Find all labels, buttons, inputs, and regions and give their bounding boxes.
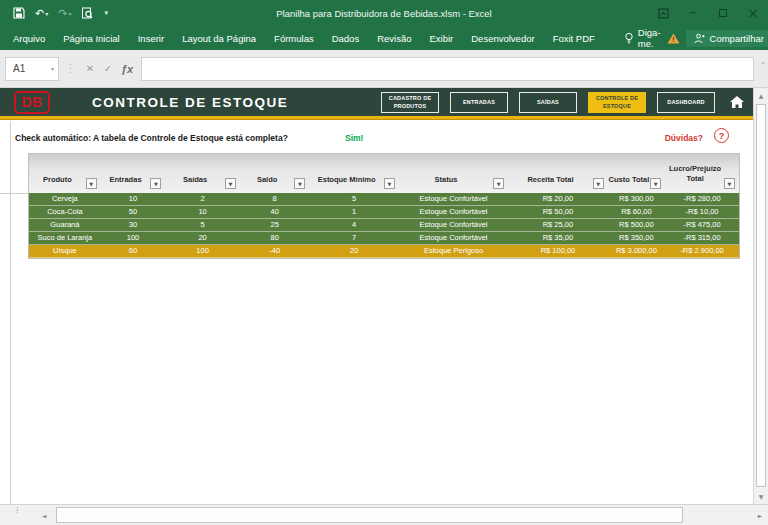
table-cell[interactable]: 100 xyxy=(165,245,240,258)
filter-dropdown-icon[interactable]: ▼ xyxy=(225,178,236,189)
scroll-down-icon[interactable]: ▼ xyxy=(754,489,768,504)
nav-dashboard-button[interactable]: DASHBOARD xyxy=(657,92,715,113)
table-cell[interactable]: R$ 25,00 xyxy=(508,219,607,232)
insert-function-icon[interactable]: ƒx xyxy=(117,63,137,75)
scroll-up-icon[interactable]: ▲ xyxy=(754,88,768,103)
table-cell[interactable]: 20 xyxy=(165,232,240,245)
table-cell[interactable]: 4 xyxy=(309,219,398,232)
table-cell[interactable]: Coca-Cola xyxy=(29,206,101,219)
table-cell[interactable]: -40 xyxy=(240,245,310,258)
tab-foxit-pdf[interactable]: Foxit PDF xyxy=(544,26,604,50)
tab-formulas[interactable]: Fórmulas xyxy=(265,26,323,50)
nav-cadastro-de-produtos-button[interactable]: CADASTRO DE PRODUTOS xyxy=(381,92,439,113)
minimize-button[interactable]: ─ xyxy=(678,0,708,26)
vertical-scrollbar[interactable]: ▲ ▼ xyxy=(753,88,768,504)
filter-dropdown-icon[interactable]: ▼ xyxy=(593,178,604,189)
table-cell[interactable]: -R$ 10,00 xyxy=(665,206,739,219)
tab-arquivo[interactable]: Arquivo xyxy=(4,26,54,50)
table-cell[interactable]: 1 xyxy=(309,206,398,219)
restore-button[interactable] xyxy=(708,0,738,26)
table-cell[interactable]: Estoque Confortável xyxy=(399,206,508,219)
sheet-canvas[interactable]: DB CONTROLE DE ESTOQUE CADASTRO DE PRODU… xyxy=(0,88,753,504)
vertical-scrollbar-thumb[interactable] xyxy=(756,104,766,487)
table-cell[interactable]: 100 xyxy=(101,232,166,245)
cancel-entry-icon[interactable]: ✕ xyxy=(81,63,99,74)
table-cell[interactable]: 30 xyxy=(101,219,166,232)
scroll-right-icon[interactable]: ► xyxy=(752,505,768,525)
table-cell[interactable]: 2 xyxy=(165,193,240,206)
horizontal-scrollbar[interactable]: ⁞ ◄ ► xyxy=(0,504,768,525)
table-cell[interactable]: Estoque Confortável xyxy=(399,232,508,245)
table-cell[interactable]: Uísque xyxy=(29,245,101,258)
table-cell[interactable]: Estoque Confortável xyxy=(399,193,508,206)
tab-dados[interactable]: Dados xyxy=(323,26,368,50)
table-cell[interactable]: -R$ 280,00 xyxy=(665,193,739,206)
warning-icon[interactable]: ! xyxy=(667,33,680,44)
enter-entry-icon[interactable]: ✓ xyxy=(99,63,117,74)
table-cell[interactable]: 25 xyxy=(240,219,310,232)
table-cell[interactable]: R$ 300,00 xyxy=(608,193,666,206)
home-icon[interactable] xyxy=(729,95,745,109)
table-cell[interactable]: R$ 100,00 xyxy=(508,245,607,258)
tell-me-box[interactable]: Diga-me. ! xyxy=(618,27,686,49)
table-cell[interactable]: 8 xyxy=(240,193,310,206)
sheet-tab-splitter[interactable]: ⁞ xyxy=(16,509,19,513)
nav-entradas-button[interactable]: ENTRADAS xyxy=(450,92,508,113)
save-icon[interactable] xyxy=(10,3,28,23)
customize-qat-button[interactable]: ▾ xyxy=(100,3,111,23)
table-cell[interactable]: Estoque Confortável xyxy=(399,219,508,232)
tab-pagina-inicial[interactable]: Página Inicial xyxy=(54,26,129,50)
formula-input[interactable] xyxy=(141,57,754,81)
table-cell[interactable]: 7 xyxy=(309,232,398,245)
filter-dropdown-icon[interactable]: ▼ xyxy=(650,178,661,189)
table-cell[interactable]: -R$ 475,00 xyxy=(665,219,739,232)
redo-button[interactable]: ↷▾ xyxy=(55,3,74,23)
table-cell[interactable]: 60 xyxy=(101,245,166,258)
tab-inserir[interactable]: Inserir xyxy=(129,26,173,50)
table-cell[interactable]: 5 xyxy=(309,193,398,206)
tab-desenvolvedor[interactable]: Desenvolvedor xyxy=(462,26,543,50)
filter-dropdown-icon[interactable]: ▼ xyxy=(294,178,305,189)
expand-formula-bar-icon[interactable]: ˅ xyxy=(761,62,765,71)
tab-exibir[interactable]: Exibir xyxy=(420,26,462,50)
table-cell[interactable]: R$ 350,00 xyxy=(608,232,666,245)
table-cell[interactable]: 40 xyxy=(240,206,310,219)
print-preview-icon[interactable] xyxy=(78,3,96,23)
share-button[interactable]: Compartilhar xyxy=(686,30,768,47)
table-cell[interactable]: R$ 35,00 xyxy=(508,232,607,245)
table-cell[interactable]: R$ 500,00 xyxy=(608,219,666,232)
table-cell[interactable]: R$ 60,00 xyxy=(608,206,666,219)
table-cell[interactable]: Guaraná xyxy=(29,219,101,232)
tab-layout-da-pagina[interactable]: Layout da Página xyxy=(173,26,265,50)
name-box-caret-icon[interactable]: ▾ xyxy=(51,65,54,72)
nav-controle-de-estoque-button[interactable]: CONTROLE DE ESTOQUE xyxy=(588,92,646,113)
table-cell[interactable]: -R$ 2.900,00 xyxy=(665,245,739,258)
table-cell[interactable]: -R$ 315,00 xyxy=(665,232,739,245)
filter-dropdown-icon[interactable]: ▼ xyxy=(493,178,504,189)
table-cell[interactable]: 50 xyxy=(101,206,166,219)
table-cell[interactable]: R$ 50,00 xyxy=(508,206,607,219)
table-cell[interactable]: R$ 20,00 xyxy=(508,193,607,206)
table-cell[interactable]: 10 xyxy=(101,193,166,206)
filter-dropdown-icon[interactable]: ▼ xyxy=(384,178,395,189)
close-button[interactable]: × xyxy=(738,0,768,26)
filter-dropdown-icon[interactable]: ▼ xyxy=(86,178,97,189)
undo-button[interactable]: ↶▾ xyxy=(32,3,51,23)
table-cell[interactable]: R$ 3.000,00 xyxy=(608,245,666,258)
table-cell[interactable]: Estoque Perigoso xyxy=(399,245,508,258)
table-cell[interactable]: 5 xyxy=(165,219,240,232)
table-cell[interactable]: 80 xyxy=(240,232,310,245)
table-cell[interactable]: 20 xyxy=(309,245,398,258)
help-question-icon[interactable]: ? xyxy=(714,128,729,143)
filter-dropdown-icon[interactable]: ▼ xyxy=(724,178,735,189)
ribbon-display-options-icon[interactable] xyxy=(648,0,678,26)
filter-dropdown-icon[interactable]: ▼ xyxy=(150,178,161,189)
scroll-left-icon[interactable]: ◄ xyxy=(36,505,52,525)
table-cell[interactable]: Suco de Laranja xyxy=(29,232,101,245)
name-box[interactable]: A1 ▾ xyxy=(5,57,59,81)
table-cell[interactable]: 10 xyxy=(165,206,240,219)
table-cell[interactable]: Cerveja xyxy=(29,193,101,206)
nav-saidas-button[interactable]: SAÍDAS xyxy=(519,92,577,113)
horizontal-scrollbar-thumb[interactable] xyxy=(56,507,683,523)
tab-revisao[interactable]: Revisão xyxy=(368,26,420,50)
